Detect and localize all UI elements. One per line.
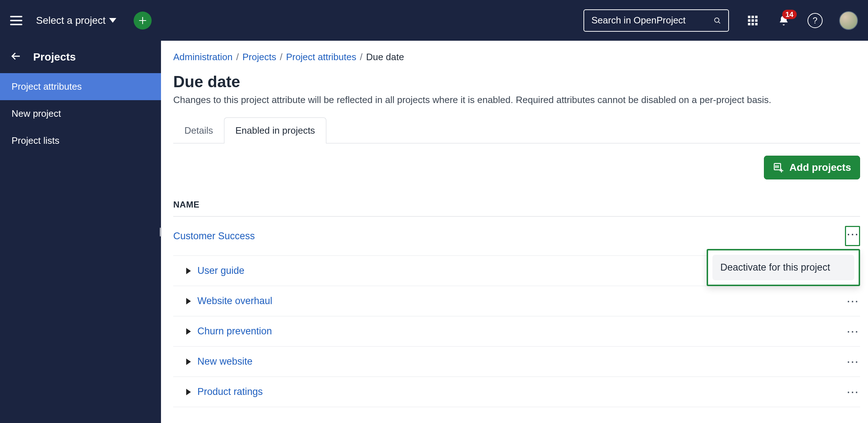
svg-rect-4 bbox=[755, 15, 758, 18]
page-description: Changes to this project attribute will b… bbox=[173, 94, 860, 106]
grid-icon bbox=[747, 15, 759, 26]
svg-rect-8 bbox=[748, 23, 751, 25]
plus-icon bbox=[138, 16, 147, 25]
expand-toggle-icon[interactable] bbox=[186, 359, 191, 365]
select-project-label: Select a project bbox=[36, 15, 106, 26]
breadcrumb-project-attributes[interactable]: Project attributes bbox=[286, 52, 356, 63]
breadcrumb-separator: / bbox=[236, 52, 239, 63]
row-actions-menu-button[interactable]: ⋯ bbox=[845, 226, 860, 246]
chevron-down-icon bbox=[109, 18, 116, 23]
svg-line-1 bbox=[719, 22, 720, 23]
help-button[interactable]: ? bbox=[807, 13, 823, 28]
svg-rect-2 bbox=[748, 15, 751, 18]
sidebar-item-project-lists[interactable]: Project lists bbox=[0, 127, 161, 154]
quick-add-button[interactable] bbox=[134, 12, 152, 30]
sidebar-item-new-project[interactable]: New project bbox=[0, 100, 161, 127]
add-projects-button[interactable]: Add projects bbox=[764, 156, 860, 179]
project-link[interactable]: User guide bbox=[197, 265, 245, 276]
svg-rect-7 bbox=[755, 19, 758, 22]
tab-enabled-in-projects[interactable]: Enabled in projects bbox=[224, 117, 326, 143]
tabs: Details Enabled in projects bbox=[173, 117, 860, 143]
project-link[interactable]: New website bbox=[197, 356, 252, 367]
table-row: Customer Success ⋯ Deactivate for this p… bbox=[173, 217, 860, 256]
expand-toggle-icon[interactable] bbox=[186, 268, 191, 274]
svg-rect-3 bbox=[752, 15, 754, 18]
add-projects-icon bbox=[773, 162, 784, 173]
sidebar-title: Projects bbox=[33, 51, 76, 63]
expand-toggle-icon[interactable] bbox=[186, 389, 191, 395]
question-icon: ? bbox=[813, 15, 817, 26]
topbar: Select a project 14 ? bbox=[0, 0, 868, 41]
search-icon bbox=[713, 15, 721, 26]
breadcrumb: Administration / Projects / Project attr… bbox=[173, 52, 860, 69]
svg-rect-9 bbox=[752, 23, 754, 25]
breadcrumb-administration[interactable]: Administration bbox=[173, 52, 233, 63]
tab-label: Enabled in projects bbox=[235, 125, 315, 136]
user-avatar[interactable] bbox=[839, 11, 858, 30]
sidebar-resize-handle[interactable] bbox=[160, 228, 162, 236]
table-row: Churn prevention ⋯ bbox=[173, 316, 860, 347]
notification-badge: 14 bbox=[782, 10, 797, 19]
row-actions-menu-button[interactable]: ⋯ bbox=[845, 296, 860, 307]
project-link[interactable]: Churn prevention bbox=[197, 326, 272, 337]
add-projects-label: Add projects bbox=[789, 162, 851, 173]
project-link[interactable]: Product ratings bbox=[197, 386, 263, 397]
row-actions-menu-button[interactable]: ⋯ bbox=[845, 387, 860, 397]
expand-toggle-icon[interactable] bbox=[186, 298, 191, 304]
breadcrumb-separator: / bbox=[360, 52, 362, 63]
global-search[interactable] bbox=[583, 9, 729, 32]
row-actions-menu-button[interactable]: ⋯ bbox=[845, 326, 860, 337]
project-link[interactable]: Website overhaul bbox=[197, 295, 272, 307]
svg-point-0 bbox=[715, 18, 719, 22]
deactivate-for-project-button[interactable]: Deactivate for this project bbox=[712, 255, 854, 280]
row-actions-popover: Deactivate for this project bbox=[707, 249, 860, 286]
tab-label: Details bbox=[184, 125, 213, 136]
arrow-left-icon bbox=[11, 51, 22, 62]
main-content: Administration / Projects / Project attr… bbox=[161, 41, 868, 423]
table-row: New website ⋯ bbox=[173, 347, 860, 377]
table-header-name: NAME bbox=[173, 200, 860, 217]
table-row: Product ratings ⋯ bbox=[173, 377, 860, 407]
select-project-dropdown[interactable]: Select a project bbox=[36, 15, 116, 26]
page-title: Due date bbox=[173, 73, 860, 91]
breadcrumb-current: Due date bbox=[366, 52, 404, 63]
svg-rect-10 bbox=[755, 23, 758, 25]
breadcrumb-separator: / bbox=[280, 52, 282, 63]
sidebar-item-project-attributes[interactable]: Project attributes bbox=[0, 73, 161, 100]
svg-rect-5 bbox=[748, 19, 751, 22]
sidebar-item-label: Project lists bbox=[12, 135, 59, 146]
back-button[interactable] bbox=[11, 51, 22, 63]
sidebar: Projects Project attributes New project … bbox=[0, 41, 161, 423]
breadcrumb-projects[interactable]: Projects bbox=[242, 52, 276, 63]
apps-button[interactable] bbox=[746, 13, 760, 28]
search-input[interactable] bbox=[591, 15, 708, 26]
tab-details[interactable]: Details bbox=[173, 117, 224, 143]
notifications-button[interactable]: 14 bbox=[777, 13, 791, 28]
expand-toggle-icon[interactable] bbox=[186, 328, 191, 335]
sidebar-item-label: Project attributes bbox=[12, 81, 82, 92]
hamburger-menu-button[interactable] bbox=[10, 16, 22, 25]
popover-item-label: Deactivate for this project bbox=[720, 262, 830, 273]
row-actions-menu-button[interactable]: ⋯ bbox=[845, 356, 860, 367]
svg-rect-6 bbox=[752, 19, 754, 22]
sidebar-item-label: New project bbox=[12, 108, 61, 119]
project-link[interactable]: Customer Success bbox=[173, 231, 255, 242]
table-row: Website overhaul ⋯ bbox=[173, 286, 860, 316]
